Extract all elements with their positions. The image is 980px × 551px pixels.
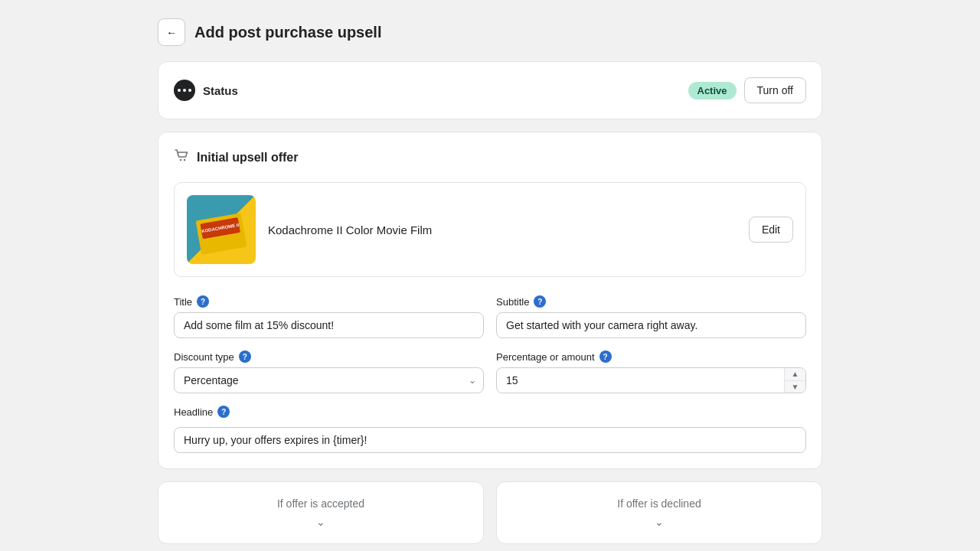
section-header: Initial upsell offer [174,148,806,167]
page-title: Add post purchase upsell [194,24,381,41]
offer-declined-chevron-icon: ⌄ [655,516,664,528]
headline-help-icon[interactable]: ? [217,406,230,418]
percentage-label-row: Percentage or amount ? [496,350,806,363]
status-left: Status [174,80,238,101]
percentage-help-icon[interactable]: ? [599,350,612,363]
discount-type-select[interactable]: Percentage Fixed amount [174,367,484,393]
product-image: KODACHROME II [187,195,256,264]
offer-declined-card[interactable]: If offer is declined ⌄ [496,481,822,544]
svg-point-0 [180,159,181,161]
product-name: Kodachrome II Color Movie Film [268,223,737,236]
percentage-input-wrapper: ▲ ▼ [496,367,806,393]
discount-type-help-icon[interactable]: ? [239,350,251,363]
discount-type-label: Discount type [174,351,234,363]
headline-input[interactable] [174,427,806,453]
cart-icon [174,148,189,167]
product-row: KODACHROME II Kodachrome II Color Movie … [174,182,806,277]
page-header: ← Add post purchase upsell [158,18,822,46]
title-input[interactable] [174,312,484,338]
subtitle-label-row: Subtitle ? [496,295,806,308]
spinner-down-button[interactable]: ▼ [785,381,805,393]
section-title: Initial upsell offer [197,151,298,165]
subtitle-help-icon[interactable]: ? [534,295,546,308]
three-dots-icon [178,89,191,92]
headline-label-row: Headline ? [174,406,806,418]
percentage-input[interactable] [496,367,806,393]
discount-type-group: Discount type ? Percentage Fixed amount … [174,350,484,393]
offer-accepted-label: If offer is accepted [277,497,364,510]
turn-off-button[interactable]: Turn off [744,77,806,103]
back-button[interactable]: ← [158,18,185,46]
spinner-up-button[interactable]: ▲ [785,368,805,381]
discount-type-select-wrapper: Percentage Fixed amount ⌄ [174,367,484,393]
active-badge: Active [688,82,737,99]
number-spinners: ▲ ▼ [784,368,805,393]
offer-accepted-card[interactable]: If offer is accepted ⌄ [158,481,484,544]
title-field-group: Title ? [174,295,484,338]
form-grid-top: Title ? Subtitle ? [174,295,806,338]
subtitle-input[interactable] [496,312,806,338]
back-arrow-icon: ← [166,27,176,38]
headline-label: Headline [174,406,213,418]
percentage-group: Percentage or amount ? ▲ ▼ [496,350,806,393]
title-label: Title [174,296,192,308]
initial-upsell-card: Initial upsell offer KODACHROME II Kodac… [158,132,822,469]
headline-group: Headline ? [174,406,806,453]
percentage-label: Percentage or amount [496,351,595,363]
status-label: Status [203,84,238,97]
status-right: Active Turn off [688,77,807,103]
form-grid-middle: Discount type ? Percentage Fixed amount … [174,350,806,393]
title-label-row: Title ? [174,295,484,308]
status-card: Status Active Turn off [158,61,822,119]
bottom-cards: If offer is accepted ⌄ If offer is decli… [158,481,822,544]
offer-declined-label: If offer is declined [617,497,701,510]
svg-point-1 [184,159,185,161]
subtitle-field-group: Subtitle ? [496,295,806,338]
title-help-icon[interactable]: ? [197,295,209,308]
status-icon [174,80,195,101]
discount-type-label-row: Discount type ? [174,350,484,363]
edit-product-button[interactable]: Edit [749,217,793,243]
offer-accepted-chevron-icon: ⌄ [316,516,325,528]
subtitle-label: Subtitle [496,296,529,308]
